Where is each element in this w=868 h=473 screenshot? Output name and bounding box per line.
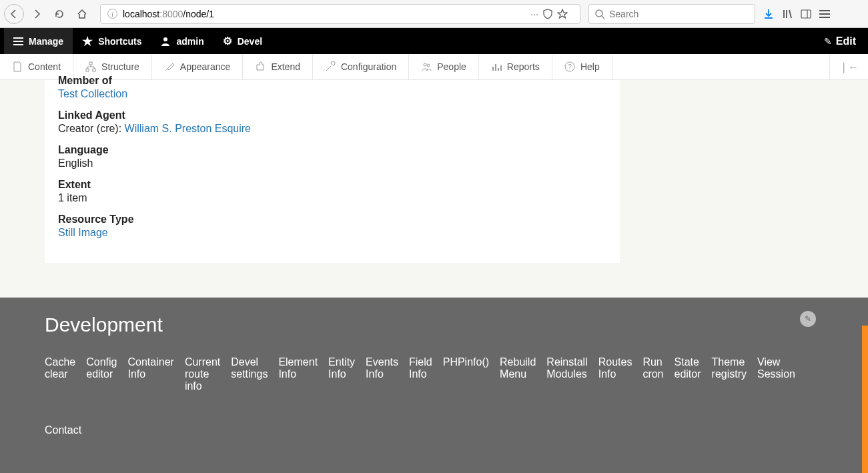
forward-button[interactable]	[27, 4, 47, 24]
dev-link-theme-registry[interactable]: Themeregistry	[712, 356, 747, 392]
star-icon: ★	[82, 34, 93, 49]
development-heading: Development	[45, 314, 824, 336]
svg-rect-6	[93, 69, 95, 71]
download-icon[interactable]	[763, 9, 774, 19]
search-icon	[594, 9, 605, 19]
svg-point-8	[427, 64, 430, 67]
field-member-of-label: Member of	[58, 75, 606, 87]
field-resource-type-label: Resource Type	[58, 213, 606, 225]
field-linked-agent-value: Creator (cre): William S. Preston Esquir…	[58, 123, 606, 135]
home-button[interactable]	[72, 4, 92, 24]
dev-link-entity-info[interactable]: EntityInfo	[328, 356, 355, 392]
development-links: Cacheclear Configeditor ContainerInfo Cu…	[45, 356, 824, 392]
svg-point-3	[163, 37, 167, 41]
field-language-value: English	[58, 157, 606, 169]
member-of-link[interactable]: Test Collection	[58, 88, 127, 99]
content-card: Member of Test Collection Linked Agent C…	[45, 80, 620, 263]
dev-link-cache-clear[interactable]: Cacheclear	[45, 356, 75, 392]
field-extent-label: Extent	[58, 179, 606, 191]
reload-button[interactable]	[49, 4, 69, 24]
content-icon	[12, 61, 23, 72]
search-input[interactable]	[609, 9, 749, 19]
dev-link-field-info[interactable]: FieldInfo	[409, 356, 432, 392]
pencil-icon: ✎	[824, 36, 832, 47]
gear-icon: ⚙	[223, 35, 232, 47]
svg-point-7	[424, 63, 426, 66]
back-button[interactable]	[4, 4, 24, 24]
page-body: Member of Test Collection Linked Agent C…	[0, 80, 868, 473]
reports-icon	[491, 61, 502, 72]
library-icon[interactable]	[782, 9, 793, 19]
dev-link-view-session[interactable]: ViewSession	[757, 356, 795, 392]
dev-link-state-editor[interactable]: Stateeditor	[675, 356, 701, 392]
development-footer: ✎ Development Cacheclear Configeditor Co…	[0, 298, 868, 473]
dev-link-rebuild-menu[interactable]: RebuildMenu	[500, 356, 536, 392]
dev-link-events-info[interactable]: EventsInfo	[366, 356, 398, 392]
menu-icon[interactable]	[819, 10, 830, 18]
manage-button[interactable]: Manage	[4, 28, 73, 54]
info-icon: i	[107, 9, 117, 19]
scrollbar[interactable]	[862, 326, 868, 473]
structure-icon	[85, 61, 96, 72]
url-host: localhost	[123, 9, 159, 19]
help-icon: ?	[564, 61, 575, 72]
configuration-icon	[325, 61, 336, 72]
dev-link-routes-info[interactable]: RoutesInfo	[598, 356, 632, 392]
field-extent-value: 1 item	[58, 192, 606, 204]
url-port: :8000	[159, 9, 183, 19]
svg-rect-1	[801, 10, 811, 18]
linked-agent-link[interactable]: William S. Preston Esquire	[125, 123, 251, 134]
sidebar-icon[interactable]	[801, 9, 811, 19]
search-box[interactable]	[588, 4, 755, 24]
svg-point-0	[596, 10, 602, 17]
dev-link-element-info[interactable]: ElementInfo	[278, 356, 318, 392]
svg-rect-4	[89, 62, 92, 65]
dev-link-container-info[interactable]: ContainerInfo	[128, 356, 174, 392]
protection-icon[interactable]	[542, 9, 553, 19]
bookmark-star-icon[interactable]	[557, 9, 568, 19]
contact-link[interactable]: Contact	[45, 424, 824, 436]
appearance-icon	[164, 61, 175, 72]
devel-button[interactable]: ⚙ Devel	[213, 28, 272, 54]
dev-link-config-editor[interactable]: Configeditor	[86, 356, 117, 392]
resource-type-link[interactable]: Still Image	[58, 227, 108, 238]
field-member-of-value: Test Collection	[58, 88, 606, 100]
dev-link-devel-settings[interactable]: Develsettings	[231, 356, 268, 392]
field-language-label: Language	[58, 144, 606, 156]
dev-link-reinstall-modules[interactable]: ReinstallModules	[546, 356, 587, 392]
shortcuts-button[interactable]: ★ Shortcuts	[73, 28, 151, 54]
svg-rect-5	[86, 69, 89, 71]
svg-text:?: ?	[568, 63, 572, 71]
more-icon[interactable]: ···	[530, 9, 538, 19]
edit-block-button[interactable]: ✎	[800, 311, 816, 327]
field-linked-agent-label: Linked Agent	[58, 109, 606, 121]
field-resource-type-value: Still Image	[58, 227, 606, 239]
user-icon	[160, 36, 171, 47]
edit-button[interactable]: ✎ Edit	[824, 35, 864, 47]
toolbar-collapse[interactable]: ❘←	[829, 54, 868, 79]
dev-link-phpinfo[interactable]: PHPinfo()	[443, 356, 489, 392]
url-bar[interactable]: i localhost:8000/node/1 ···	[100, 4, 580, 24]
admin-bar: Manage ★ Shortcuts admin ⚙ Devel ✎ Edit	[0, 28, 868, 54]
hamburger-icon	[13, 37, 23, 45]
url-path: /node/1	[183, 9, 214, 19]
dev-link-current-route-info[interactable]: Currentrouteinfo	[185, 356, 220, 392]
dev-link-run-cron[interactable]: Runcron	[642, 356, 663, 392]
admin-user-button[interactable]: admin	[151, 28, 213, 54]
people-icon	[421, 61, 432, 72]
extend-icon	[255, 61, 266, 72]
browser-chrome: i localhost:8000/node/1 ···	[0, 0, 868, 28]
